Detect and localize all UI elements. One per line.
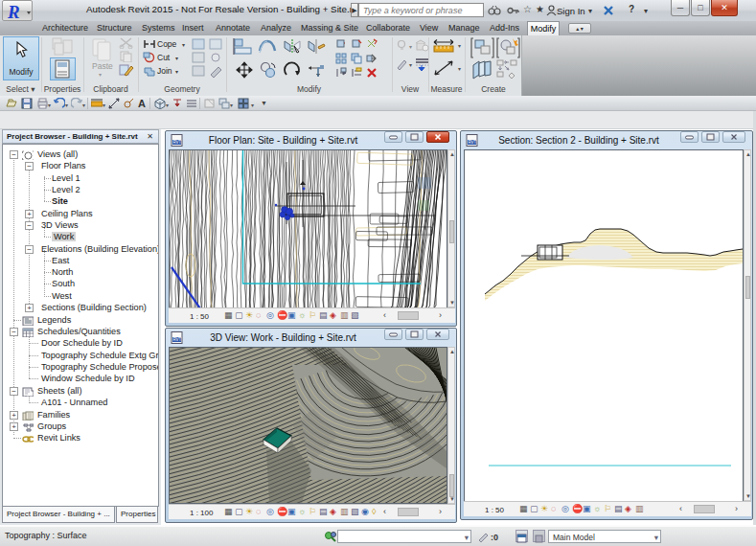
svg-text:A: A bbox=[138, 98, 146, 109]
svg-text:R: R bbox=[7, 2, 20, 22]
svg-text:RVT: RVT bbox=[468, 140, 476, 145]
svg-text:RVT: RVT bbox=[172, 337, 181, 342]
svg-text:RVT: RVT bbox=[172, 140, 181, 145]
